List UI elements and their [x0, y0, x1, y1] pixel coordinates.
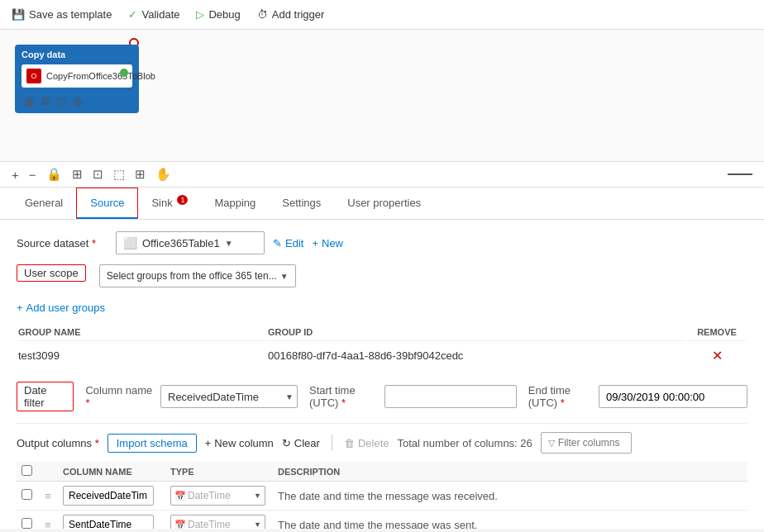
filter-columns-input[interactable]: [558, 437, 624, 449]
plus-circle-icon: +: [17, 302, 23, 314]
column-name-dropdown[interactable]: ReceivedDateTime ▼: [160, 385, 298, 408]
canvas-toolbar: + − 🔒 ⊞ ⊡ ⬚ ⊞ ✋: [0, 162, 764, 188]
tab-user-properties[interactable]: User properties: [334, 188, 434, 219]
col-type-cell: 📅 DateTime ▼: [165, 511, 273, 530]
check-icon: ✓: [128, 8, 137, 21]
validate-button[interactable]: ✓ Validate: [128, 8, 179, 21]
row-checkbox[interactable]: [21, 489, 32, 500]
col-type-dropdown[interactable]: 📅 DateTime ▼: [170, 486, 265, 506]
trigger-icon: ⏱: [257, 8, 268, 21]
select-all-checkbox[interactable]: [21, 465, 32, 476]
remove-group-button[interactable]: ✕: [712, 348, 723, 363]
delete-activity-button[interactable]: 🗑: [23, 94, 35, 108]
start-time-label: Start time (UTC) *: [309, 384, 378, 409]
clone-activity-button[interactable]: ⊡: [56, 94, 66, 108]
copy-activity-button[interactable]: ⧉: [41, 94, 50, 108]
filter-icon: ▽: [548, 438, 555, 449]
column-name-header: COLUMN NAME: [58, 462, 165, 482]
groups-table: GROUP NAME GROUP ID REMOVE test3099 0016…: [17, 322, 747, 370]
play-icon: ▷: [196, 8, 204, 21]
tab-source[interactable]: Source: [76, 188, 138, 219]
select-tool-button[interactable]: ⬚: [113, 167, 125, 182]
zoom-fit-button[interactable]: ⊡: [93, 167, 103, 182]
refresh-icon: ↻: [282, 437, 291, 449]
remove-tool-button[interactable]: −: [29, 168, 36, 182]
edit-icon: ✎: [273, 237, 282, 249]
office-icon: ⬜: [123, 236, 137, 249]
remove-header: REMOVE: [688, 324, 746, 341]
output-columns-row: Output columns * Import schema + New col…: [17, 432, 747, 454]
source-dataset-row: Source dataset * ⬜ Office365Table1 ▼ ✎ E…: [17, 231, 747, 254]
source-dataset-label: Source dataset *: [17, 237, 107, 249]
group-remove-cell: ✕: [688, 343, 746, 368]
col-name-input[interactable]: [63, 486, 154, 506]
date-filter-row: Date filter Column name * ReceivedDateTi…: [17, 382, 747, 411]
scope-dropdown[interactable]: Select groups from the office 365 ten...…: [99, 264, 296, 287]
new-dataset-button[interactable]: + New: [312, 237, 343, 249]
end-time-label: End time (UTC) *: [528, 384, 592, 409]
group-name-header: GROUP NAME: [18, 324, 266, 341]
drag-handle[interactable]: ≡: [40, 482, 58, 511]
table-row: ≡ 📅 DateTime ▼ The date and time the mes…: [17, 482, 747, 511]
new-column-button[interactable]: + New column: [205, 437, 274, 449]
col-name-cell: [58, 482, 165, 511]
save-template-button[interactable]: 💾 Save as template: [12, 8, 112, 21]
date-filter-label: Date filter: [17, 382, 74, 411]
canvas-area: Copy data O CopyFromOffice365ToBlob 🗑 ⧉ …: [0, 30, 764, 162]
sink-badge: 1: [177, 195, 188, 205]
col-name-cell: [58, 511, 165, 530]
plus-icon-new-col: +: [205, 437, 212, 449]
plus-icon: +: [312, 237, 318, 249]
add-user-groups-button[interactable]: + Add user groups: [17, 302, 105, 314]
copy-data-title: Copy data: [21, 50, 132, 59]
type-text: DateTime: [188, 519, 252, 529]
row-checkbox-cell: [17, 482, 40, 511]
lock-tool-button[interactable]: 🔒: [46, 167, 62, 182]
drag-handle[interactable]: ≡: [40, 511, 58, 530]
delete-button[interactable]: 🗑 Delete: [344, 437, 389, 449]
dataset-dropdown[interactable]: ⬜ Office365Table1 ▼: [116, 231, 265, 254]
debug-button[interactable]: ▷ Debug: [196, 8, 240, 21]
end-time-input[interactable]: [599, 385, 747, 408]
type-dropdown-arrow-icon: ▼: [254, 492, 261, 500]
type-icon: 📅: [174, 491, 186, 501]
more-options-button[interactable]: ⊕: [73, 94, 83, 108]
add-trigger-button[interactable]: ⏱ Add trigger: [257, 8, 325, 21]
columns-table: COLUMN NAME TYPE DESCRIPTION ≡ 📅 DateTim…: [17, 462, 747, 529]
group-id-header: GROUP ID: [268, 324, 686, 341]
tab-settings[interactable]: Settings: [269, 188, 334, 219]
save-icon: 💾: [12, 8, 25, 21]
column-name-label: Column name *: [85, 384, 154, 409]
start-time-group: Start time (UTC) *: [309, 384, 517, 409]
start-time-input[interactable]: [384, 385, 517, 408]
grid-tool-button[interactable]: ⊞: [72, 167, 83, 182]
column-name-group: Column name * ReceivedDateTime ▼: [85, 384, 298, 409]
activity-icons-row: 🗑 ⧉ ⊡ ⊕: [21, 94, 132, 108]
tab-sink[interactable]: Sink 1: [138, 188, 201, 219]
add-tool-button[interactable]: +: [12, 168, 19, 182]
description-header: DESCRIPTION: [273, 462, 747, 482]
col-name-input[interactable]: [63, 515, 154, 529]
import-schema-button[interactable]: Import schema: [107, 434, 197, 453]
hand-tool-button[interactable]: ✋: [155, 167, 171, 182]
row-checkbox[interactable]: [21, 518, 32, 529]
type-header: TYPE: [165, 462, 273, 482]
type-text: DateTime: [188, 490, 252, 501]
edit-button[interactable]: ✎ Edit: [273, 237, 303, 249]
dropdown-arrow-icon: ▼: [225, 239, 233, 248]
tab-general[interactable]: General: [12, 188, 76, 219]
activity-item[interactable]: O CopyFromOffice365ToBlob: [21, 64, 132, 88]
clear-button[interactable]: ↻ Clear: [282, 437, 320, 449]
col-dropdown-arrow-icon: ▼: [282, 392, 297, 401]
content-area: Source dataset * ⬜ Office365Table1 ▼ ✎ E…: [0, 220, 764, 529]
green-status-dot: [120, 69, 128, 77]
filter-columns-input-wrap[interactable]: ▽: [541, 432, 632, 454]
copy-data-box: Copy data O CopyFromOffice365ToBlob 🗑 ⧉ …: [15, 45, 139, 113]
col-type-dropdown[interactable]: 📅 DateTime ▼: [170, 515, 265, 529]
pan-tool-button[interactable]: ⊞: [135, 167, 146, 182]
tab-mapping[interactable]: Mapping: [201, 188, 269, 219]
user-scope-label: User scope: [17, 264, 86, 282]
section-divider: [17, 423, 747, 424]
user-scope-row: User scope Select groups from the office…: [17, 264, 747, 292]
activity-name: CopyFromOffice365ToBlob: [46, 71, 155, 81]
